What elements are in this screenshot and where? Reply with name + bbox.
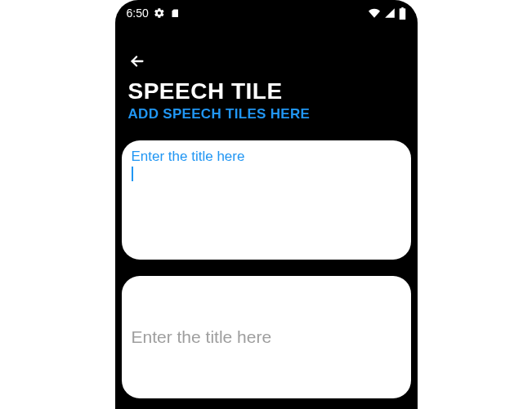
battery-icon [399, 7, 406, 20]
speech-tile-input[interactable]: Enter the title here [122, 276, 411, 398]
status-bar-right [368, 7, 406, 20]
back-button[interactable] [128, 47, 146, 78]
text-cursor [132, 167, 133, 181]
app-bar: SPEECH TILE ADD SPEECH TILES HERE [115, 24, 418, 129]
status-bar: 6:50 [115, 0, 418, 24]
tile-placeholder: Enter the title here [132, 149, 401, 165]
status-time: 6:50 [127, 7, 149, 20]
tiles-area: Enter the title here Enter the title her… [115, 129, 418, 398]
sim-icon [170, 7, 180, 19]
tile-placeholder: Enter the title here [132, 327, 272, 347]
wifi-icon [368, 7, 381, 19]
phone-frame: 6:50 SPEECH TILE ADD SPEECH TILES HERE [115, 0, 418, 409]
page-subtitle: ADD SPEECH TILES HERE [128, 106, 405, 122]
page-title: SPEECH TILE [128, 78, 405, 104]
speech-tile-input[interactable]: Enter the title here [122, 140, 411, 260]
signal-icon [384, 7, 396, 19]
status-bar-left: 6:50 [127, 7, 180, 20]
gear-icon [154, 7, 165, 19]
